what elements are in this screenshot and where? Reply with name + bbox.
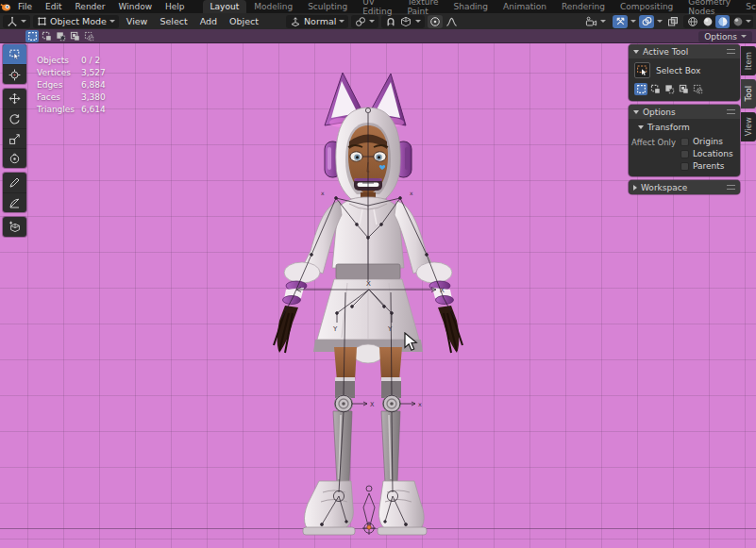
chevron-down-icon (369, 20, 375, 23)
stat-objects: Objects0 / 2 (37, 55, 106, 67)
panel-grip-icon[interactable] (727, 185, 735, 190)
tab-sculpting[interactable]: Sculpting (300, 0, 355, 13)
stat-triangles: Triangles6,614 (37, 104, 106, 116)
object-mode-icon (37, 16, 47, 26)
gizmo-dropdown-chevron[interactable] (630, 20, 636, 23)
transform-orientation-dropdown[interactable]: Normal (286, 15, 348, 28)
tab-texture-paint[interactable]: Texture Paint (400, 0, 446, 13)
rotate-tool-icon (8, 113, 21, 125)
show-overlays-toggle[interactable] (639, 15, 654, 28)
panel-grip-icon[interactable] (727, 109, 735, 114)
parents-checkbox[interactable] (680, 162, 689, 171)
menu-add[interactable]: Add (195, 16, 222, 26)
shading-rendered-button[interactable] (731, 15, 745, 28)
select-mode-invert[interactable] (677, 83, 690, 95)
orientation-label: Normal (304, 16, 336, 26)
chevron-down-icon (415, 20, 421, 23)
blender-logo-icon[interactable] (0, 1, 11, 12)
tool-options-button[interactable]: Options (698, 31, 752, 42)
tab-animation[interactable]: Animation (496, 0, 554, 13)
select-mode-subtract[interactable] (54, 30, 67, 42)
editor-type-dropdown[interactable] (3, 15, 30, 28)
select-extend-icon (650, 84, 661, 94)
character-model[interactable]: x x X X Y Y X x (244, 66, 478, 540)
shading-dropdown-chevron[interactable] (746, 20, 751, 23)
mode-dropdown[interactable]: Object Mode (33, 15, 119, 28)
sidebar-tab-view[interactable]: View (741, 112, 756, 141)
checkbox-label: Parents (693, 161, 725, 171)
select-mode-invert[interactable] (68, 30, 81, 42)
tab-compositing[interactable]: Compositing (613, 0, 680, 13)
proportional-editing-toggle[interactable] (428, 15, 443, 28)
pivot-point-dropdown[interactable] (351, 15, 378, 28)
tool-move[interactable] (3, 89, 26, 108)
checkbox-row-locations: Locations (680, 149, 733, 158)
select-box-tool-icon (8, 48, 21, 60)
select-subtract-icon (56, 31, 66, 42)
select-new-icon (27, 31, 38, 42)
armature-root-bone[interactable] (362, 486, 376, 535)
tab-shading[interactable]: Shading (445, 0, 496, 13)
locations-checkbox[interactable] (680, 150, 689, 158)
menu-file[interactable]: File (11, 2, 39, 11)
tool-transform[interactable] (3, 148, 26, 168)
tab-geometry-nodes[interactable]: Geometry Nodes (680, 0, 738, 13)
stat-faces: Faces3,380 (37, 91, 106, 104)
shading-wireframe-button[interactable] (685, 15, 699, 28)
menu-edit[interactable]: Edit (39, 2, 68, 11)
tool-add-cube[interactable] (3, 217, 26, 237)
tool-annotate[interactable] (3, 173, 26, 192)
snap-magnet-icon[interactable] (385, 16, 396, 27)
tool-cursor[interactable] (3, 64, 26, 84)
select-mode-new[interactable] (25, 30, 39, 42)
menu-render[interactable]: Render (69, 2, 112, 11)
transform-subsection-header[interactable]: Transform (629, 119, 740, 135)
active-tool-name: Select Box (656, 66, 700, 75)
snapping-group (381, 15, 425, 28)
panel-grip-icon[interactable] (727, 49, 735, 54)
snap-target-cube-icon[interactable] (400, 16, 412, 27)
menu-window[interactable]: Window (112, 2, 160, 11)
stat-edges: Edges6,884 (37, 79, 106, 91)
xray-toggle[interactable] (665, 15, 680, 28)
shading-rendered-icon (732, 16, 744, 27)
tool-measure[interactable] (3, 192, 26, 212)
menu-object[interactable]: Object (225, 16, 263, 26)
menu-select[interactable]: Select (155, 16, 192, 26)
tab-layout[interactable]: Layout (203, 0, 247, 13)
panel-options: Options Transform Affect Only Origins Lo… (629, 105, 740, 176)
tab-scripting[interactable]: Scripting (738, 0, 756, 13)
panel-workspace-header[interactable]: Workspace (629, 180, 740, 194)
select-mode-extend[interactable] (40, 30, 53, 42)
shading-material-button[interactable] (715, 15, 730, 28)
tab-modeling[interactable]: Modeling (246, 0, 300, 13)
menu-help[interactable]: Help (159, 2, 192, 11)
tool-rotate[interactable] (3, 108, 26, 128)
shading-solid-button[interactable] (700, 15, 714, 28)
tool-select-box[interactable] (3, 44, 26, 64)
overlays-dropdown-chevron[interactable] (657, 20, 663, 23)
tool-scale[interactable] (3, 128, 26, 148)
select-mode-new[interactable] (634, 83, 647, 95)
sidebar-tab-item[interactable]: Item (741, 46, 756, 75)
tab-rendering[interactable]: Rendering (554, 0, 613, 13)
viewport-3d[interactable]: x x X X Y Y X x (0, 43, 756, 548)
select-mode-extend[interactable] (648, 83, 662, 95)
chevron-down-icon (21, 20, 26, 23)
select-mode-intersect[interactable] (691, 83, 704, 95)
stat-value: 3,380 (81, 91, 106, 104)
show-gizmo-toggle[interactable] (613, 15, 628, 28)
select-mode-subtract[interactable] (663, 83, 676, 95)
select-mode-intersect[interactable] (82, 30, 95, 42)
panel-active-tool-header[interactable]: Active Tool (629, 44, 740, 58)
origins-checkbox[interactable] (680, 138, 689, 146)
view-object-types-dropdown[interactable] (581, 15, 610, 28)
panel-options-header[interactable]: Options (629, 105, 740, 119)
menu-view[interactable]: View (122, 16, 153, 26)
tab-uv-editing[interactable]: UV Editing (355, 0, 399, 13)
chevron-down-icon (109, 20, 115, 23)
active-tool-button[interactable] (634, 62, 650, 78)
proportional-falloff-icon[interactable] (445, 16, 458, 27)
axis-label-y: Y (332, 325, 338, 333)
sidebar-tab-tool[interactable]: Tool (741, 79, 756, 108)
